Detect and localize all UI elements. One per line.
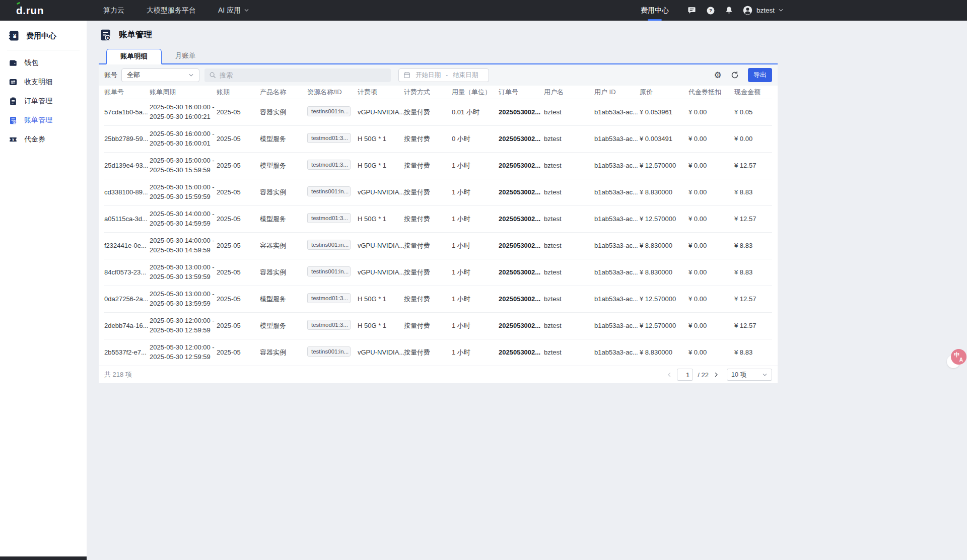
billing-item: H 50G * 1: [358, 162, 386, 169]
col-bill-period: 账单周期: [150, 86, 217, 99]
billing-mode: 按量付费: [404, 242, 430, 249]
table-row: 57cda1b0-5a... 2025-05-30 16:00:00 - 202…: [104, 99, 772, 125]
voucher-deduction: ¥ 0.00: [688, 188, 707, 196]
voucher-deduction: ¥ 0.00: [688, 108, 707, 116]
tab-monthly-bills[interactable]: 月账单: [162, 48, 210, 63]
sidebar-item-bills[interactable]: ¥ 账单管理: [0, 111, 87, 130]
col-product: 产品名称: [260, 86, 307, 99]
help-icon[interactable]: ?: [705, 5, 716, 16]
bill-period-start: 2025-05-30 13:00:00 -: [150, 263, 213, 272]
bill-period-start: 2025-05-30 14:00:00 -: [150, 236, 213, 246]
billing-month: 2025-05: [217, 348, 241, 356]
nav-item-computing-cloud[interactable]: 算力云: [103, 6, 124, 15]
nav-item-billing-center[interactable]: 费用中心: [641, 0, 669, 21]
nav-item-llm-platform[interactable]: 大模型服务平台: [147, 6, 196, 15]
table-header-row: 账单号 账单周期 账期 产品名称 资源名称/ID 计费项 计费方式 用量（单位）…: [104, 86, 772, 99]
product-name: 容器实例: [260, 268, 286, 276]
message-icon[interactable]: [686, 5, 698, 16]
resource-tag: testmod01:3...: [307, 320, 351, 330]
sidebar-item-transactions[interactable]: 收支明细: [0, 73, 87, 92]
col-user-id: 用户 ID: [594, 86, 640, 99]
gear-icon[interactable]: ⚙: [712, 69, 724, 81]
usage-amount: 1 小时: [452, 295, 470, 303]
sidebar: ¥ 费用中心 钱包 收支明细 订单管理 ¥ 账单管理 ¥ 代金券: [0, 21, 87, 556]
original-price: ¥ 8.830000: [640, 242, 672, 249]
row-username: bztest: [544, 295, 562, 303]
account-filter-label: 账号: [104, 71, 117, 80]
main-nav: 算力云 大模型服务平台 AI 应用: [103, 6, 249, 15]
svg-text:¥: ¥: [13, 33, 17, 40]
bill-period-end: 2025-05-30 13:59:59: [150, 299, 213, 309]
voucher-deduction: ¥ 0.00: [688, 348, 707, 356]
sidebar-divider: [7, 50, 80, 50]
original-price: ¥ 0.003491: [640, 135, 672, 143]
account-select-value: 全部: [127, 71, 140, 80]
billing-item: H 50G * 1: [358, 322, 386, 329]
bill-period-end: 2025-05-30 14:59:59: [150, 246, 213, 255]
billing-mode: 按量付费: [404, 295, 430, 303]
product-name: 容器实例: [260, 348, 286, 356]
filter-bar: 账号 全部 开始日期: [99, 64, 778, 86]
resource-tag: testmod01:3...: [307, 160, 351, 170]
voucher-ticket-icon: ¥: [9, 135, 18, 144]
bill-period-start: 2025-05-30 13:00:00 -: [150, 290, 213, 299]
usage-amount: 1 小时: [452, 242, 470, 249]
date-range-picker[interactable]: 开始日期 - 结束日期: [398, 68, 489, 82]
bill-period-end: 2025-05-30 14:59:59: [150, 219, 213, 229]
table-footer: 共 218 项 / 22 10 项: [99, 366, 778, 383]
billing-mode: 按量付费: [404, 268, 430, 276]
billing-month: 2025-05: [217, 188, 241, 196]
usage-amount: 0.01 小时: [452, 108, 479, 116]
product-name: 模型服务: [260, 215, 286, 223]
original-price: ¥ 0.053961: [640, 108, 672, 116]
billing-month: 2025-05: [217, 108, 241, 116]
bills-table-body: 57cda1b0-5a... 2025-05-30 16:00:00 - 202…: [104, 99, 772, 366]
sidebar-item-wallet[interactable]: 钱包: [0, 53, 87, 73]
col-billing-month: 账期: [217, 86, 260, 99]
row-user-id: b1ab53a3-ac...: [594, 295, 638, 303]
product-name: 模型服务: [260, 162, 286, 169]
translate-icon: 中A: [951, 349, 966, 365]
row-user-id: b1ab53a3-ac...: [594, 188, 638, 196]
billing-item: H 50G * 1: [358, 135, 386, 143]
prev-page-icon[interactable]: [666, 372, 672, 378]
account-select[interactable]: 全部: [121, 68, 199, 82]
usage-amount: 1 小时: [452, 322, 470, 329]
sidebar-item-orders[interactable]: 订单管理: [0, 92, 87, 111]
sidebar-item-vouchers[interactable]: ¥ 代金券: [0, 130, 87, 149]
user-menu[interactable]: bztest: [742, 5, 784, 16]
row-user-id: b1ab53a3-ac...: [594, 268, 638, 276]
export-button[interactable]: 导出: [748, 68, 772, 82]
active-tab-underline: [648, 19, 662, 21]
resource-tag: testmod01:3...: [307, 213, 351, 223]
search-input[interactable]: [220, 72, 386, 79]
row-user-id: b1ab53a3-ac...: [594, 348, 638, 356]
bill-period-end: 2025-05-30 15:59:59: [150, 192, 213, 202]
original-price: ¥ 12.570000: [640, 215, 676, 223]
app-logo[interactable]: d.run: [16, 5, 44, 17]
nav-item-ai-apps[interactable]: AI 应用: [218, 6, 249, 15]
col-original-price: 原价: [640, 86, 688, 99]
page-number-input[interactable]: [677, 369, 693, 381]
cash-amount: ¥ 12.57: [734, 162, 756, 169]
page-size-select[interactable]: 10 项: [727, 369, 772, 381]
row-username: bztest: [544, 188, 562, 196]
next-page-icon[interactable]: [713, 372, 719, 378]
billing-mode: 按量付费: [404, 348, 430, 356]
bell-icon[interactable]: [724, 5, 735, 16]
voucher-deduction: ¥ 0.00: [688, 215, 707, 223]
voucher-deduction: ¥ 0.00: [688, 242, 707, 249]
translate-button[interactable]: 中A: [949, 349, 967, 367]
bills-card: 账号 全部 开始日期: [99, 64, 778, 383]
billing-item: vGPU-NVIDIA...: [358, 108, 404, 116]
bill-period-end: 2025-05-30 12:59:59: [150, 353, 213, 362]
tab-bill-details[interactable]: 账单明细: [106, 49, 162, 64]
bill-period-start: 2025-05-30 14:00:00 -: [150, 209, 213, 219]
refresh-icon[interactable]: [729, 69, 741, 81]
table-row: 25d139e4-93... 2025-05-30 15:00:00 - 202…: [104, 152, 772, 179]
bill-id: 0da27256-2a...: [104, 295, 148, 303]
order-id: 2025053002...: [499, 322, 540, 329]
order-id: 2025053002...: [499, 108, 540, 116]
clipboard-icon: [9, 97, 18, 106]
search-box[interactable]: [204, 68, 391, 82]
